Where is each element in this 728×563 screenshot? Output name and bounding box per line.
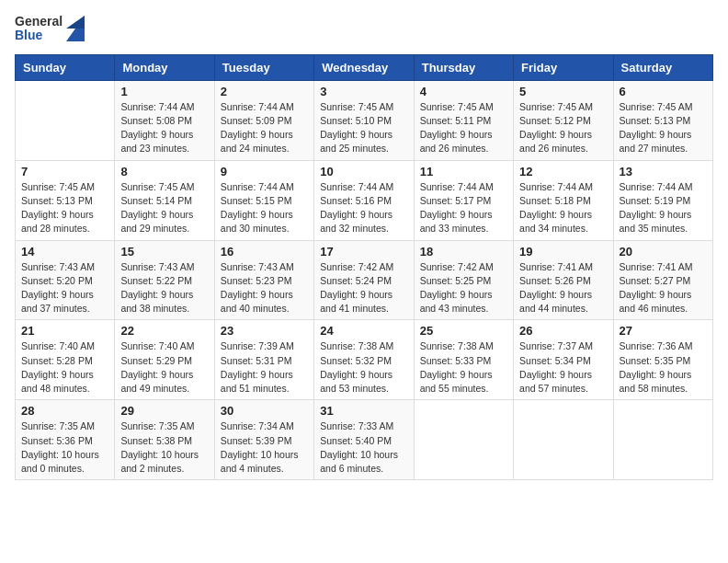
page-header: GeneralBlue xyxy=(15,15,713,43)
weekday-header-saturday: Saturday xyxy=(613,54,712,80)
day-info: Sunrise: 7:38 AMSunset: 5:32 PMDaylight:… xyxy=(320,339,407,396)
calendar-cell xyxy=(414,400,513,480)
day-number: 24 xyxy=(320,324,407,338)
day-info: Sunrise: 7:42 AMSunset: 5:25 PMDaylight:… xyxy=(420,260,507,316)
day-number: 20 xyxy=(620,245,707,259)
calendar-cell: 11Sunrise: 7:44 AMSunset: 5:17 PMDayligh… xyxy=(414,160,513,240)
day-number: 16 xyxy=(221,245,308,259)
day-number: 9 xyxy=(221,165,308,178)
day-number: 11 xyxy=(420,165,507,178)
day-info: Sunrise: 7:44 AMSunset: 5:08 PMDaylight:… xyxy=(120,100,208,156)
day-number: 4 xyxy=(420,85,507,98)
day-number: 17 xyxy=(320,245,407,259)
calendar-cell: 8Sunrise: 7:45 AMSunset: 5:14 PMDaylight… xyxy=(115,160,214,240)
calendar-cell: 22Sunrise: 7:40 AMSunset: 5:29 PMDayligh… xyxy=(115,320,214,400)
calendar-cell xyxy=(514,400,613,480)
weekday-header-monday: Monday xyxy=(115,54,214,80)
day-info: Sunrise: 7:35 AMSunset: 5:38 PMDaylight:… xyxy=(120,419,208,476)
day-number: 14 xyxy=(21,245,108,259)
calendar-cell xyxy=(16,80,115,160)
calendar-cell xyxy=(613,400,712,480)
day-info: Sunrise: 7:45 AMSunset: 5:13 PMDaylight:… xyxy=(620,100,707,156)
day-info: Sunrise: 7:41 AMSunset: 5:27 PMDaylight:… xyxy=(620,260,707,316)
calendar-table: SundayMondayTuesdayWednesdayThursdayFrid… xyxy=(15,54,713,480)
weekday-header-tuesday: Tuesday xyxy=(214,54,313,80)
calendar-cell: 2Sunrise: 7:44 AMSunset: 5:09 PMDaylight… xyxy=(214,80,313,160)
calendar-cell: 17Sunrise: 7:42 AMSunset: 5:24 PMDayligh… xyxy=(314,240,414,320)
day-info: Sunrise: 7:45 AMSunset: 5:10 PMDaylight:… xyxy=(320,100,407,156)
day-info: Sunrise: 7:44 AMSunset: 5:15 PMDaylight:… xyxy=(221,180,308,236)
day-number: 18 xyxy=(420,245,507,259)
calendar-cell: 20Sunrise: 7:41 AMSunset: 5:27 PMDayligh… xyxy=(613,240,712,320)
calendar-cell: 12Sunrise: 7:44 AMSunset: 5:18 PMDayligh… xyxy=(514,160,613,240)
weekday-header-row: SundayMondayTuesdayWednesdayThursdayFrid… xyxy=(16,54,713,80)
calendar-cell: 13Sunrise: 7:44 AMSunset: 5:19 PMDayligh… xyxy=(613,160,712,240)
day-info: Sunrise: 7:40 AMSunset: 5:28 PMDaylight:… xyxy=(21,339,108,396)
calendar-cell: 15Sunrise: 7:43 AMSunset: 5:22 PMDayligh… xyxy=(115,240,214,320)
calendar-cell: 9Sunrise: 7:44 AMSunset: 5:15 PMDaylight… xyxy=(214,160,313,240)
calendar-cell: 18Sunrise: 7:42 AMSunset: 5:25 PMDayligh… xyxy=(414,240,513,320)
calendar-cell: 30Sunrise: 7:34 AMSunset: 5:39 PMDayligh… xyxy=(214,400,313,480)
day-info: Sunrise: 7:39 AMSunset: 5:31 PMDaylight:… xyxy=(221,339,308,396)
day-info: Sunrise: 7:40 AMSunset: 5:29 PMDaylight:… xyxy=(120,339,208,396)
day-number: 28 xyxy=(21,404,108,418)
calendar-cell: 31Sunrise: 7:33 AMSunset: 5:40 PMDayligh… xyxy=(314,400,414,480)
calendar-cell: 19Sunrise: 7:41 AMSunset: 5:26 PMDayligh… xyxy=(514,240,613,320)
day-number: 2 xyxy=(221,85,308,98)
weekday-header-thursday: Thursday xyxy=(414,54,513,80)
day-number: 7 xyxy=(21,165,108,178)
calendar-cell: 21Sunrise: 7:40 AMSunset: 5:28 PMDayligh… xyxy=(16,320,115,400)
day-info: Sunrise: 7:45 AMSunset: 5:12 PMDaylight:… xyxy=(519,100,607,156)
day-info: Sunrise: 7:43 AMSunset: 5:22 PMDaylight:… xyxy=(120,260,208,316)
day-info: Sunrise: 7:44 AMSunset: 5:09 PMDaylight:… xyxy=(221,100,308,156)
day-number: 6 xyxy=(620,85,707,98)
day-number: 1 xyxy=(120,85,208,98)
calendar-cell: 14Sunrise: 7:43 AMSunset: 5:20 PMDayligh… xyxy=(16,240,115,320)
calendar-cell: 3Sunrise: 7:45 AMSunset: 5:10 PMDaylight… xyxy=(314,80,414,160)
week-row-5: 28Sunrise: 7:35 AMSunset: 5:36 PMDayligh… xyxy=(16,400,713,480)
week-row-4: 21Sunrise: 7:40 AMSunset: 5:28 PMDayligh… xyxy=(16,320,713,400)
calendar-cell: 4Sunrise: 7:45 AMSunset: 5:11 PMDaylight… xyxy=(414,80,513,160)
day-info: Sunrise: 7:38 AMSunset: 5:33 PMDaylight:… xyxy=(420,339,507,396)
day-number: 21 xyxy=(21,324,108,338)
day-number: 30 xyxy=(221,404,308,418)
day-info: Sunrise: 7:44 AMSunset: 5:16 PMDaylight:… xyxy=(320,180,407,236)
day-info: Sunrise: 7:34 AMSunset: 5:39 PMDaylight:… xyxy=(221,419,308,476)
calendar-cell: 27Sunrise: 7:36 AMSunset: 5:35 PMDayligh… xyxy=(613,320,712,400)
svg-marker-1 xyxy=(66,16,85,29)
day-number: 23 xyxy=(221,324,308,338)
day-info: Sunrise: 7:45 AMSunset: 5:11 PMDaylight:… xyxy=(420,100,507,156)
week-row-3: 14Sunrise: 7:43 AMSunset: 5:20 PMDayligh… xyxy=(16,240,713,320)
calendar-cell: 6Sunrise: 7:45 AMSunset: 5:13 PMDaylight… xyxy=(613,80,712,160)
weekday-header-sunday: Sunday xyxy=(16,54,115,80)
calendar-cell: 10Sunrise: 7:44 AMSunset: 5:16 PMDayligh… xyxy=(314,160,414,240)
day-number: 10 xyxy=(320,165,407,178)
calendar-cell: 26Sunrise: 7:37 AMSunset: 5:34 PMDayligh… xyxy=(514,320,613,400)
day-info: Sunrise: 7:41 AMSunset: 5:26 PMDaylight:… xyxy=(519,260,607,316)
calendar-cell: 24Sunrise: 7:38 AMSunset: 5:32 PMDayligh… xyxy=(314,320,414,400)
day-number: 8 xyxy=(120,165,208,178)
day-number: 29 xyxy=(120,404,208,418)
day-info: Sunrise: 7:37 AMSunset: 5:34 PMDaylight:… xyxy=(519,339,607,396)
day-info: Sunrise: 7:45 AMSunset: 5:14 PMDaylight:… xyxy=(120,180,208,236)
calendar-cell: 23Sunrise: 7:39 AMSunset: 5:31 PMDayligh… xyxy=(214,320,313,400)
weekday-header-friday: Friday xyxy=(514,54,613,80)
weekday-header-wednesday: Wednesday xyxy=(314,54,414,80)
calendar-cell: 16Sunrise: 7:43 AMSunset: 5:23 PMDayligh… xyxy=(214,240,313,320)
logo: GeneralBlue xyxy=(15,15,85,43)
day-number: 27 xyxy=(620,324,707,338)
calendar-cell: 25Sunrise: 7:38 AMSunset: 5:33 PMDayligh… xyxy=(414,320,513,400)
calendar-cell: 7Sunrise: 7:45 AMSunset: 5:13 PMDaylight… xyxy=(16,160,115,240)
calendar-cell: 29Sunrise: 7:35 AMSunset: 5:38 PMDayligh… xyxy=(115,400,214,480)
logo-triangle-icon xyxy=(66,16,85,41)
calendar-cell: 5Sunrise: 7:45 AMSunset: 5:12 PMDaylight… xyxy=(514,80,613,160)
day-info: Sunrise: 7:44 AMSunset: 5:19 PMDaylight:… xyxy=(620,180,707,236)
day-number: 22 xyxy=(120,324,208,338)
logo-text: GeneralBlue xyxy=(15,15,63,43)
day-number: 31 xyxy=(320,404,407,418)
day-number: 26 xyxy=(519,324,607,338)
day-info: Sunrise: 7:42 AMSunset: 5:24 PMDaylight:… xyxy=(320,260,407,316)
week-row-1: 1Sunrise: 7:44 AMSunset: 5:08 PMDaylight… xyxy=(16,80,713,160)
day-info: Sunrise: 7:43 AMSunset: 5:20 PMDaylight:… xyxy=(21,260,108,316)
day-number: 15 xyxy=(120,245,208,259)
